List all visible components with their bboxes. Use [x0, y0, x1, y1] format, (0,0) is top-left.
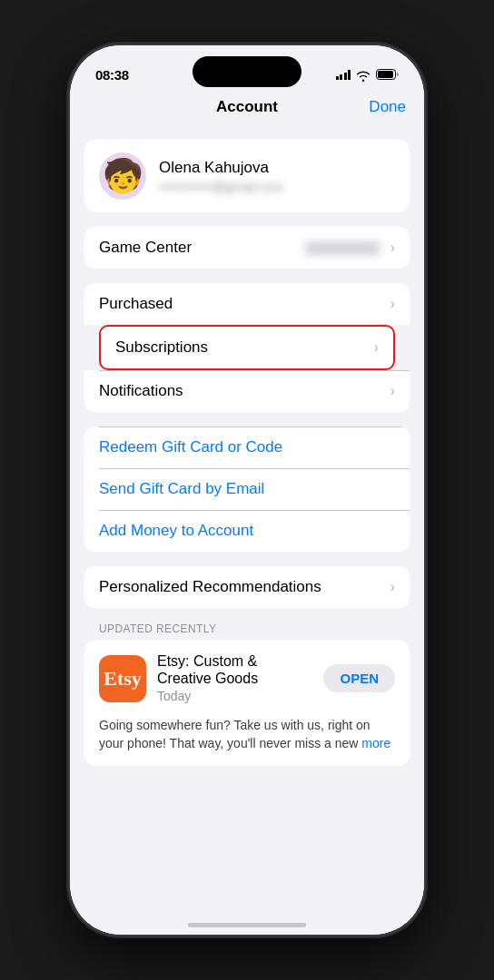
app-subtitle: Today [157, 689, 312, 703]
dynamic-island [193, 56, 301, 87]
subscriptions-row[interactable]: Subscriptions › [99, 325, 395, 370]
notifications-card-bottom: Notifications › [84, 370, 410, 412]
subscriptions-chevron: › [374, 339, 379, 356]
app-icon: Etsy [99, 655, 146, 702]
send-gift-label: Send Gift Card by Email [99, 480, 264, 498]
links-card: Redeem Gift Card or Code Send Gift Card … [84, 426, 410, 552]
app-more-link[interactable]: more [361, 736, 390, 750]
signal-icon [336, 69, 351, 80]
svg-rect-1 [378, 71, 393, 78]
app-name: Etsy: Custom & [157, 653, 312, 670]
game-center-label: Game Center [99, 239, 304, 257]
add-money-label: Add Money to Account [99, 522, 253, 540]
personalized-section: Personalized Recommendations › [84, 566, 410, 608]
app-description: Going somewhere fun? Take us with us, ri… [84, 716, 410, 766]
purchased-chevron: › [390, 296, 395, 312]
home-indicator [188, 923, 306, 927]
app-name2: Creative Goods [157, 671, 312, 687]
account-card: 🧒 Olena Kahujova ••••••••••••@gmail.com [84, 140, 410, 212]
game-center-card: Game Center •••••••••••• › [84, 227, 410, 269]
app-info: Etsy: Custom & Creative Goods Today [157, 653, 312, 703]
screen: 08:38 [70, 45, 424, 935]
account-section: 🧒 Olena Kahujova ••••••••••••@gmail.com [84, 140, 410, 212]
open-button[interactable]: OPEN [323, 664, 395, 692]
personalized-label: Personalized Recommendations [99, 578, 387, 596]
game-center-value: •••••••••••• [304, 240, 381, 257]
purchased-card-top: Purchased › [84, 283, 410, 325]
wifi-icon [356, 69, 370, 80]
app-icon-text: Etsy [104, 667, 142, 691]
personalized-card: Personalized Recommendations › [84, 566, 410, 608]
account-row[interactable]: 🧒 Olena Kahujova ••••••••••••@gmail.com [84, 140, 410, 212]
game-center-row[interactable]: Game Center •••••••••••• › [84, 227, 410, 269]
purchased-label: Purchased [99, 295, 387, 313]
add-money-row[interactable]: Add Money to Account [84, 510, 410, 552]
notifications-label: Notifications [99, 382, 387, 400]
redeem-row[interactable]: Redeem Gift Card or Code [84, 426, 410, 468]
personalized-row[interactable]: Personalized Recommendations › [84, 566, 410, 608]
updated-recently-label: UPDATED RECENTLY [99, 622, 395, 635]
page-title: Account [133, 98, 361, 116]
done-button[interactable]: Done [361, 98, 406, 116]
app-row-top: Etsy Etsy: Custom & Creative Goods Today… [84, 641, 410, 716]
account-name: Olena Kahujova [159, 159, 283, 177]
game-center-chevron: › [390, 240, 395, 256]
nav-header: Account Done [70, 91, 424, 125]
notifications-row[interactable]: Notifications › [84, 370, 410, 412]
app-description-text: Going somewhere fun? Take us with us, ri… [99, 718, 370, 750]
account-email: ••••••••••••@gmail.com [159, 180, 283, 194]
content: Account Done 🧒 Olena Kahujova ••••••••••… [70, 91, 424, 935]
subscriptions-label: Subscriptions [115, 338, 370, 357]
send-gift-row[interactable]: Send Gift Card by Email [84, 468, 410, 510]
avatar: 🧒 [99, 152, 146, 200]
notifications-chevron: › [390, 383, 395, 399]
status-time: 08:38 [95, 67, 129, 83]
phone-frame: 08:38 [70, 45, 424, 935]
account-info: Olena Kahujova ••••••••••••@gmail.com [159, 159, 283, 194]
purchased-row[interactable]: Purchased › [84, 283, 410, 325]
personalized-chevron: › [390, 579, 395, 595]
avatar-emoji: 🧒 [103, 160, 143, 192]
battery-icon [376, 69, 399, 80]
redeem-label: Redeem Gift Card or Code [99, 438, 282, 456]
app-row: Etsy Etsy: Custom & Creative Goods Today… [84, 641, 410, 766]
status-right [336, 69, 400, 80]
game-center-section: Game Center •••••••••••• › [84, 227, 410, 269]
purchased-section: Purchased › Subscriptions › Notification… [84, 283, 410, 412]
